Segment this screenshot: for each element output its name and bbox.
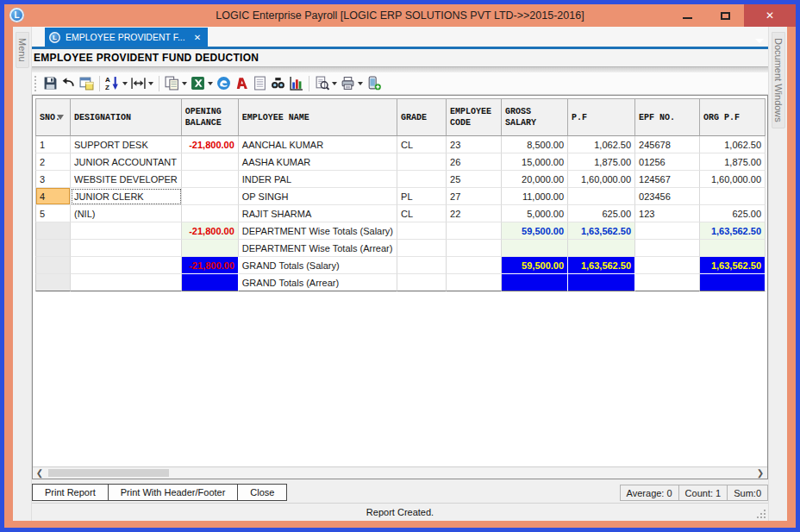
cell-pf[interactable]: 1,63,562.50 <box>568 222 635 240</box>
cell-designation[interactable]: JUNIOR CLERK <box>71 188 182 205</box>
column-header-epf_no[interactable]: EPF NO. <box>635 98 700 136</box>
save-icon[interactable] <box>41 74 59 93</box>
cell-epf_no[interactable]: 123 <box>635 205 700 222</box>
cell-gross_salary[interactable] <box>502 274 568 291</box>
cell-sno[interactable]: 1 <box>35 136 71 153</box>
tab-employee-provident-fund[interactable]: L EMPLOYEE PROVIDENT F... ✕ <box>45 28 208 47</box>
tab-list-dropdown-icon[interactable] <box>755 39 764 43</box>
cell-opening_balance[interactable] <box>182 171 239 188</box>
dropdown-arrow-icon[interactable] <box>122 82 128 85</box>
cell-gross_salary[interactable]: 15,000.00 <box>502 153 568 171</box>
find-icon[interactable] <box>269 74 287 93</box>
cell-gross_salary[interactable]: 59,500.00 <box>502 257 568 274</box>
horizontal-scrollbar[interactable]: ❮ ❯ <box>33 466 767 479</box>
close-button[interactable]: ✕ <box>744 4 796 27</box>
cell-pf[interactable]: 1,875.00 <box>568 153 635 171</box>
cell-designation[interactable] <box>71 240 182 257</box>
print-with-header-footer-button[interactable]: Print With Header/Footer <box>109 484 239 501</box>
cell-org_pf[interactable]: 625.00 <box>700 205 766 222</box>
cell-designation[interactable]: WEBSITE DEVELOPER <box>71 171 182 188</box>
cell-employee_name[interactable]: GRAND Totals (Arrear) <box>239 274 397 291</box>
cell-org_pf[interactable]: 1,63,562.50 <box>700 257 766 274</box>
tab-close-icon[interactable]: ✕ <box>194 33 201 42</box>
cell-pf[interactable]: 1,062.50 <box>568 136 635 153</box>
dropdown-arrow-icon[interactable] <box>358 82 363 85</box>
web-export-icon[interactable] <box>215 74 233 93</box>
cell-org_pf[interactable] <box>700 188 766 205</box>
scrollbar-track[interactable] <box>47 467 753 479</box>
cell-employee_code[interactable]: 27 <box>447 188 502 205</box>
cell-sno[interactable] <box>35 274 71 291</box>
table-row[interactable]: 4JUNIOR CLERKOP SINGHPL2711,000.00023456 <box>35 188 766 205</box>
toolbar-grip[interactable] <box>34 76 39 91</box>
column-header-sno[interactable]: SNO. <box>35 98 71 136</box>
print-report-button[interactable]: Print Report <box>32 484 109 501</box>
cell-opening_balance[interactable]: -21,800.00 <box>182 257 239 274</box>
cell-opening_balance[interactable] <box>182 188 239 205</box>
column-header-opening_balance[interactable]: OPENING BALANCE <box>182 98 239 136</box>
cell-gross_salary[interactable]: 5,000.00 <box>502 205 568 222</box>
total-row[interactable]: DEPARTMENT Wise Totals (Arrear) <box>35 240 766 257</box>
cell-employee_name[interactable]: GRAND Totals (Salary) <box>239 257 397 274</box>
cell-employee_code[interactable] <box>447 222 502 240</box>
undo-icon[interactable] <box>59 74 78 93</box>
cell-gross_salary[interactable]: 59,500.00 <box>502 222 568 240</box>
cell-employee_code[interactable]: 22 <box>447 205 502 222</box>
cell-employee_code[interactable] <box>447 240 502 257</box>
print-icon[interactable] <box>339 74 365 93</box>
cell-epf_no[interactable]: 124567 <box>635 171 700 188</box>
cell-grade[interactable]: CL <box>397 205 447 222</box>
cell-sno[interactable] <box>35 222 71 240</box>
cell-grade[interactable]: PL <box>397 188 447 205</box>
cell-epf_no[interactable] <box>635 257 700 274</box>
column-header-pf[interactable]: P.F <box>568 98 635 136</box>
copy-icon[interactable] <box>163 74 189 93</box>
cell-opening_balance[interactable] <box>182 240 239 257</box>
refresh-note-icon[interactable] <box>78 74 96 93</box>
cell-pf[interactable] <box>568 274 635 291</box>
cell-employee_name[interactable]: OP SINGH <box>239 188 397 205</box>
cell-employee_name[interactable]: RAJIT SHARMA <box>239 205 397 222</box>
cell-employee_name[interactable]: DEPARTMENT Wise Totals (Arrear) <box>239 240 397 257</box>
sort-az-icon[interactable]: AZ <box>103 74 129 93</box>
cell-epf_no[interactable] <box>635 222 700 240</box>
column-header-employee_code[interactable]: EMPLOYEE CODE <box>447 98 502 136</box>
cell-gross_salary[interactable]: 11,000.00 <box>502 188 568 205</box>
cell-epf_no[interactable]: 245678 <box>635 136 700 153</box>
cell-employee_name[interactable]: INDER PAL <box>239 171 397 188</box>
cell-sno[interactable]: 3 <box>35 171 71 188</box>
resize-grip-icon[interactable] <box>756 509 766 518</box>
cell-pf[interactable]: 625.00 <box>568 205 635 222</box>
total-row[interactable]: -21,800.00DEPARTMENT Wise Totals (Salary… <box>35 222 766 240</box>
cell-grade[interactable] <box>397 274 447 291</box>
cell-epf_no[interactable] <box>635 240 700 257</box>
cell-sno[interactable] <box>35 240 71 257</box>
cell-epf_no[interactable]: 023456 <box>635 188 700 205</box>
cell-pf[interactable]: 1,60,000.00 <box>568 171 635 188</box>
cell-grade[interactable] <box>397 171 447 188</box>
total-row[interactable]: GRAND Totals (Arrear) <box>35 274 766 291</box>
cell-pf[interactable]: 1,63,562.50 <box>568 257 635 274</box>
cell-sno[interactable]: 4 <box>35 188 71 205</box>
document-windows-panel-tab[interactable]: Document Windows <box>772 32 785 128</box>
cell-sno[interactable]: 2 <box>35 153 71 171</box>
cell-designation[interactable]: (NIL) <box>71 205 182 222</box>
table-row[interactable]: 3WEBSITE DEVELOPERINDER PAL2520,000.001,… <box>35 171 766 188</box>
cell-grade[interactable] <box>397 240 447 257</box>
scroll-left-icon[interactable]: ❮ <box>33 467 47 479</box>
dropdown-arrow-icon[interactable] <box>208 82 213 85</box>
scroll-right-icon[interactable]: ❯ <box>753 467 767 479</box>
cell-grade[interactable] <box>397 257 447 274</box>
cell-designation[interactable] <box>71 274 182 291</box>
column-header-grade[interactable]: GRADE <box>397 98 447 136</box>
cell-sno[interactable]: 5 <box>35 205 71 222</box>
total-row[interactable]: -21,800.00GRAND Totals (Salary)59,500.00… <box>35 257 766 274</box>
menu-panel-tab[interactable]: Menu <box>16 32 29 68</box>
cell-employee_code[interactable] <box>447 257 502 274</box>
cell-employee_name[interactable]: AANCHAL KUMAR <box>239 136 397 153</box>
excel-export-icon[interactable] <box>189 74 215 93</box>
cell-org_pf[interactable] <box>700 240 766 257</box>
cell-epf_no[interactable]: 01256 <box>635 153 700 171</box>
cell-pf[interactable] <box>568 240 635 257</box>
table-row[interactable]: 1SUPPORT DESK-21,800.00AANCHAL KUMARCL23… <box>35 136 766 153</box>
